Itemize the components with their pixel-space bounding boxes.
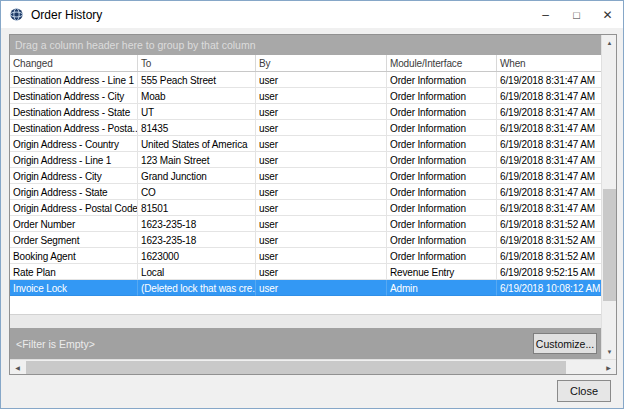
cell-module: Order Information (387, 120, 497, 136)
table-row[interactable]: Destination Address - Posta...81435userO… (10, 120, 601, 136)
cell-module: Order Information (387, 168, 497, 184)
cell-module: Revenue Entry (387, 264, 497, 280)
cell-when: 6/19/2018 8:31:47 AM (497, 184, 601, 200)
column-header-changed[interactable]: Changed (10, 55, 138, 71)
maximize-button[interactable]: □ (561, 1, 592, 28)
filter-status: <Filter is Empty> (16, 338, 533, 350)
cell-module: Admin (387, 280, 497, 296)
close-window-button[interactable]: ✕ (592, 1, 623, 28)
cell-to: Moab (138, 88, 256, 104)
cell-to: 1623-235-18 (138, 232, 256, 248)
table-row[interactable]: Booking Agent1623000userOrder Informatio… (10, 248, 601, 264)
window-controls: – □ ✕ (530, 1, 623, 28)
cell-changed: Destination Address - City (10, 88, 138, 104)
cell-changed: Origin Address - Country (10, 136, 138, 152)
cell-module: Order Information (387, 216, 497, 232)
table-row[interactable]: Destination Address - StateUTuserOrder I… (10, 104, 601, 120)
cell-by: user (256, 120, 387, 136)
cell-when: 6/19/2018 10:08:12 AM (497, 280, 601, 296)
cell-module: Order Information (387, 72, 497, 88)
customize-button[interactable]: Customize... (533, 333, 597, 354)
cell-by: user (256, 248, 387, 264)
column-header-when[interactable]: When (497, 55, 601, 71)
app-icon-globe (9, 7, 24, 22)
cell-when: 6/19/2018 8:31:47 AM (497, 88, 601, 104)
cell-changed: Invoice Lock (10, 280, 138, 296)
cell-by: user (256, 104, 387, 120)
cell-when: 6/19/2018 8:31:52 AM (497, 248, 601, 264)
table-row[interactable]: Origin Address - CountryUnited States of… (10, 136, 601, 152)
cell-by: user (256, 88, 387, 104)
table-row[interactable]: Origin Address - CityGrand JunctionuserO… (10, 168, 601, 184)
horizontal-scroll-thumb[interactable] (26, 361, 566, 374)
cell-by: user (256, 152, 387, 168)
header-row: ChangedToByModule/InterfaceWhen (10, 55, 601, 72)
table-row[interactable]: Origin Address - StateCOuserOrder Inform… (10, 184, 601, 200)
column-header-to[interactable]: To (138, 55, 256, 71)
cell-when: 6/19/2018 8:31:52 AM (497, 216, 601, 232)
cell-when: 6/19/2018 8:31:47 AM (497, 104, 601, 120)
cell-when: 6/19/2018 8:31:47 AM (497, 168, 601, 184)
cell-to: 81501 (138, 200, 256, 216)
table-row[interactable]: Destination Address - Line 1555 Peach St… (10, 72, 601, 88)
cell-to: (Deleted lock that was cre... (138, 280, 256, 296)
scroll-down-icon[interactable]: ▼ (602, 344, 617, 359)
grid-rows: Destination Address - Line 1555 Peach St… (10, 72, 601, 296)
table-row[interactable]: Rate PlanLocaluserRevenue Entry6/19/2018… (10, 264, 601, 280)
cell-to: UT (138, 104, 256, 120)
cell-to: CO (138, 184, 256, 200)
vertical-scroll-track[interactable] (602, 50, 616, 344)
cell-changed: Origin Address - State (10, 184, 138, 200)
cell-module: Order Information (387, 248, 497, 264)
cell-module: Order Information (387, 136, 497, 152)
scroll-up-icon[interactable]: ▲ (602, 35, 617, 50)
vertical-scrollbar[interactable]: ▲ ▼ (601, 35, 616, 359)
table-row[interactable]: Order Number1623-235-18userOrder Informa… (10, 216, 601, 232)
cell-to: 1623-235-18 (138, 216, 256, 232)
table-row[interactable]: Destination Address - CityMoabuserOrder … (10, 88, 601, 104)
cell-changed: Destination Address - Line 1 (10, 72, 138, 88)
filter-bar: <Filter is Empty> Customize... (10, 328, 601, 359)
cell-when: 6/19/2018 8:31:47 AM (497, 120, 601, 136)
column-header-module-interface[interactable]: Module/Interface (387, 55, 497, 71)
cell-by: user (256, 232, 387, 248)
cell-changed: Destination Address - State (10, 104, 138, 120)
column-header-by[interactable]: By (256, 55, 387, 71)
cell-changed: Destination Address - Posta... (10, 120, 138, 136)
cell-changed: Order Number (10, 216, 138, 232)
cell-to: 123 Main Street (138, 152, 256, 168)
order-history-grid: Drag a column header here to group by th… (9, 34, 617, 375)
order-history-dialog: Order History – □ ✕ Drag a column header… (0, 0, 624, 409)
cell-to: 555 Peach Street (138, 72, 256, 88)
vertical-scroll-thumb[interactable] (603, 189, 616, 301)
scroll-right-icon[interactable]: ▶ (601, 360, 616, 375)
cell-to: United States of America (138, 136, 256, 152)
cell-by: user (256, 136, 387, 152)
cell-changed: Origin Address - Postal Code (10, 200, 138, 216)
cell-changed: Rate Plan (10, 264, 138, 280)
table-row[interactable]: Order Segment1623-235-18userOrder Inform… (10, 232, 601, 248)
cell-when: 6/19/2018 8:31:47 AM (497, 152, 601, 168)
table-row[interactable]: Origin Address - Line 1123 Main Streetus… (10, 152, 601, 168)
cell-when: 6/19/2018 8:31:47 AM (497, 72, 601, 88)
cell-changed: Origin Address - Line 1 (10, 152, 138, 168)
group-by-panel[interactable]: Drag a column header here to group by th… (10, 35, 601, 55)
cell-changed: Order Segment (10, 232, 138, 248)
cell-changed: Booking Agent (10, 248, 138, 264)
cell-to: 1623000 (138, 248, 256, 264)
cell-by: user (256, 264, 387, 280)
cell-by: user (256, 168, 387, 184)
horizontal-scrollbar[interactable]: ◀ ▶ (10, 359, 616, 374)
table-row[interactable]: Invoice Lock(Deleted lock that was cre..… (10, 280, 601, 296)
titlebar: Order History – □ ✕ (1, 1, 623, 28)
table-row[interactable]: Origin Address - Postal Code81501userOrd… (10, 200, 601, 216)
cell-to: 81435 (138, 120, 256, 136)
window-title: Order History (31, 8, 102, 22)
cell-module: Order Information (387, 200, 497, 216)
close-button[interactable]: Close (557, 380, 611, 402)
cell-by: user (256, 184, 387, 200)
cell-when: 6/19/2018 8:31:52 AM (497, 232, 601, 248)
scroll-left-icon[interactable]: ◀ (10, 360, 25, 375)
minimize-button[interactable]: – (530, 1, 561, 28)
cell-changed: Origin Address - City (10, 168, 138, 184)
